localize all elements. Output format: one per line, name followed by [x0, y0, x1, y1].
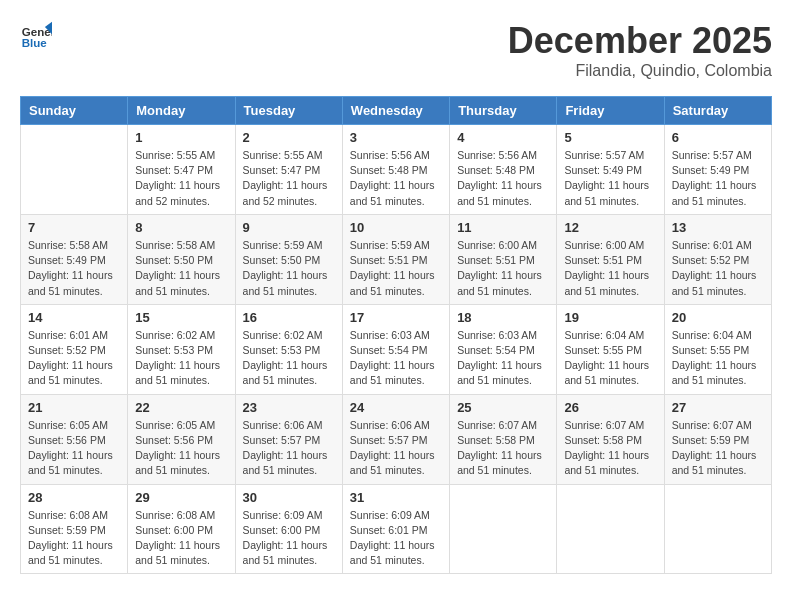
- day-number: 3: [350, 130, 442, 145]
- day-info: Sunrise: 6:00 AMSunset: 5:51 PMDaylight:…: [457, 238, 549, 299]
- calendar-cell: [450, 484, 557, 574]
- day-number: 26: [564, 400, 656, 415]
- calendar-cell: 5Sunrise: 5:57 AMSunset: 5:49 PMDaylight…: [557, 125, 664, 215]
- title-block: December 2025 Filandia, Quindio, Colombi…: [508, 20, 772, 80]
- calendar-cell: 10Sunrise: 5:59 AMSunset: 5:51 PMDayligh…: [342, 214, 449, 304]
- calendar-cell: 21Sunrise: 6:05 AMSunset: 5:56 PMDayligh…: [21, 394, 128, 484]
- calendar-cell: [557, 484, 664, 574]
- calendar-cell: 26Sunrise: 6:07 AMSunset: 5:58 PMDayligh…: [557, 394, 664, 484]
- day-number: 13: [672, 220, 764, 235]
- calendar-cell: 13Sunrise: 6:01 AMSunset: 5:52 PMDayligh…: [664, 214, 771, 304]
- day-number: 25: [457, 400, 549, 415]
- logo: General Blue: [20, 20, 52, 52]
- logo-icon: General Blue: [20, 20, 52, 52]
- day-info: Sunrise: 6:03 AMSunset: 5:54 PMDaylight:…: [457, 328, 549, 389]
- calendar-cell: 31Sunrise: 6:09 AMSunset: 6:01 PMDayligh…: [342, 484, 449, 574]
- day-info: Sunrise: 5:58 AMSunset: 5:50 PMDaylight:…: [135, 238, 227, 299]
- day-info: Sunrise: 5:57 AMSunset: 5:49 PMDaylight:…: [672, 148, 764, 209]
- day-number: 7: [28, 220, 120, 235]
- day-info: Sunrise: 5:59 AMSunset: 5:50 PMDaylight:…: [243, 238, 335, 299]
- day-info: Sunrise: 5:56 AMSunset: 5:48 PMDaylight:…: [457, 148, 549, 209]
- day-info: Sunrise: 5:58 AMSunset: 5:49 PMDaylight:…: [28, 238, 120, 299]
- calendar-cell: 25Sunrise: 6:07 AMSunset: 5:58 PMDayligh…: [450, 394, 557, 484]
- day-number: 29: [135, 490, 227, 505]
- day-info: Sunrise: 6:05 AMSunset: 5:56 PMDaylight:…: [135, 418, 227, 479]
- day-number: 1: [135, 130, 227, 145]
- day-number: 19: [564, 310, 656, 325]
- calendar-cell: 7Sunrise: 5:58 AMSunset: 5:49 PMDaylight…: [21, 214, 128, 304]
- calendar-cell: 11Sunrise: 6:00 AMSunset: 5:51 PMDayligh…: [450, 214, 557, 304]
- calendar-week-row: 21Sunrise: 6:05 AMSunset: 5:56 PMDayligh…: [21, 394, 772, 484]
- weekday-header-thursday: Thursday: [450, 97, 557, 125]
- calendar-week-row: 1Sunrise: 5:55 AMSunset: 5:47 PMDaylight…: [21, 125, 772, 215]
- day-info: Sunrise: 5:59 AMSunset: 5:51 PMDaylight:…: [350, 238, 442, 299]
- day-info: Sunrise: 6:00 AMSunset: 5:51 PMDaylight:…: [564, 238, 656, 299]
- calendar-cell: 9Sunrise: 5:59 AMSunset: 5:50 PMDaylight…: [235, 214, 342, 304]
- weekday-header-tuesday: Tuesday: [235, 97, 342, 125]
- location: Filandia, Quindio, Colombia: [508, 62, 772, 80]
- calendar-cell: 12Sunrise: 6:00 AMSunset: 5:51 PMDayligh…: [557, 214, 664, 304]
- svg-text:Blue: Blue: [22, 37, 48, 49]
- day-info: Sunrise: 5:55 AMSunset: 5:47 PMDaylight:…: [243, 148, 335, 209]
- day-number: 14: [28, 310, 120, 325]
- calendar-week-row: 14Sunrise: 6:01 AMSunset: 5:52 PMDayligh…: [21, 304, 772, 394]
- day-info: Sunrise: 6:06 AMSunset: 5:57 PMDaylight:…: [243, 418, 335, 479]
- day-info: Sunrise: 6:08 AMSunset: 5:59 PMDaylight:…: [28, 508, 120, 569]
- calendar-cell: 1Sunrise: 5:55 AMSunset: 5:47 PMDaylight…: [128, 125, 235, 215]
- day-info: Sunrise: 6:06 AMSunset: 5:57 PMDaylight:…: [350, 418, 442, 479]
- calendar-cell: 19Sunrise: 6:04 AMSunset: 5:55 PMDayligh…: [557, 304, 664, 394]
- day-info: Sunrise: 6:02 AMSunset: 5:53 PMDaylight:…: [243, 328, 335, 389]
- day-info: Sunrise: 6:09 AMSunset: 6:01 PMDaylight:…: [350, 508, 442, 569]
- day-number: 30: [243, 490, 335, 505]
- calendar-cell: 22Sunrise: 6:05 AMSunset: 5:56 PMDayligh…: [128, 394, 235, 484]
- day-number: 31: [350, 490, 442, 505]
- day-info: Sunrise: 6:09 AMSunset: 6:00 PMDaylight:…: [243, 508, 335, 569]
- day-number: 15: [135, 310, 227, 325]
- weekday-header-friday: Friday: [557, 97, 664, 125]
- day-number: 8: [135, 220, 227, 235]
- day-info: Sunrise: 6:08 AMSunset: 6:00 PMDaylight:…: [135, 508, 227, 569]
- day-number: 18: [457, 310, 549, 325]
- day-number: 2: [243, 130, 335, 145]
- weekday-header-sunday: Sunday: [21, 97, 128, 125]
- day-info: Sunrise: 5:55 AMSunset: 5:47 PMDaylight:…: [135, 148, 227, 209]
- calendar-cell: 4Sunrise: 5:56 AMSunset: 5:48 PMDaylight…: [450, 125, 557, 215]
- day-number: 27: [672, 400, 764, 415]
- calendar-cell: 24Sunrise: 6:06 AMSunset: 5:57 PMDayligh…: [342, 394, 449, 484]
- calendar-cell: 30Sunrise: 6:09 AMSunset: 6:00 PMDayligh…: [235, 484, 342, 574]
- weekday-header-saturday: Saturday: [664, 97, 771, 125]
- calendar-cell: 8Sunrise: 5:58 AMSunset: 5:50 PMDaylight…: [128, 214, 235, 304]
- calendar-cell: 18Sunrise: 6:03 AMSunset: 5:54 PMDayligh…: [450, 304, 557, 394]
- day-info: Sunrise: 6:05 AMSunset: 5:56 PMDaylight:…: [28, 418, 120, 479]
- calendar-cell: 6Sunrise: 5:57 AMSunset: 5:49 PMDaylight…: [664, 125, 771, 215]
- day-info: Sunrise: 6:02 AMSunset: 5:53 PMDaylight:…: [135, 328, 227, 389]
- calendar-cell: 28Sunrise: 6:08 AMSunset: 5:59 PMDayligh…: [21, 484, 128, 574]
- weekday-header-row: SundayMondayTuesdayWednesdayThursdayFrid…: [21, 97, 772, 125]
- day-number: 12: [564, 220, 656, 235]
- calendar-cell: 14Sunrise: 6:01 AMSunset: 5:52 PMDayligh…: [21, 304, 128, 394]
- day-number: 21: [28, 400, 120, 415]
- weekday-header-wednesday: Wednesday: [342, 97, 449, 125]
- calendar-cell: 23Sunrise: 6:06 AMSunset: 5:57 PMDayligh…: [235, 394, 342, 484]
- day-number: 10: [350, 220, 442, 235]
- calendar-cell: 3Sunrise: 5:56 AMSunset: 5:48 PMDaylight…: [342, 125, 449, 215]
- calendar-week-row: 28Sunrise: 6:08 AMSunset: 5:59 PMDayligh…: [21, 484, 772, 574]
- day-info: Sunrise: 5:56 AMSunset: 5:48 PMDaylight:…: [350, 148, 442, 209]
- calendar-cell: 20Sunrise: 6:04 AMSunset: 5:55 PMDayligh…: [664, 304, 771, 394]
- calendar-cell: 2Sunrise: 5:55 AMSunset: 5:47 PMDaylight…: [235, 125, 342, 215]
- calendar-cell: 16Sunrise: 6:02 AMSunset: 5:53 PMDayligh…: [235, 304, 342, 394]
- day-number: 11: [457, 220, 549, 235]
- day-number: 5: [564, 130, 656, 145]
- calendar-cell: [664, 484, 771, 574]
- day-number: 4: [457, 130, 549, 145]
- calendar-cell: 29Sunrise: 6:08 AMSunset: 6:00 PMDayligh…: [128, 484, 235, 574]
- calendar-cell: 17Sunrise: 6:03 AMSunset: 5:54 PMDayligh…: [342, 304, 449, 394]
- day-info: Sunrise: 6:03 AMSunset: 5:54 PMDaylight:…: [350, 328, 442, 389]
- calendar-cell: 15Sunrise: 6:02 AMSunset: 5:53 PMDayligh…: [128, 304, 235, 394]
- calendar-table: SundayMondayTuesdayWednesdayThursdayFrid…: [20, 96, 772, 574]
- calendar-week-row: 7Sunrise: 5:58 AMSunset: 5:49 PMDaylight…: [21, 214, 772, 304]
- day-info: Sunrise: 6:07 AMSunset: 5:58 PMDaylight:…: [457, 418, 549, 479]
- weekday-header-monday: Monday: [128, 97, 235, 125]
- day-info: Sunrise: 5:57 AMSunset: 5:49 PMDaylight:…: [564, 148, 656, 209]
- day-number: 22: [135, 400, 227, 415]
